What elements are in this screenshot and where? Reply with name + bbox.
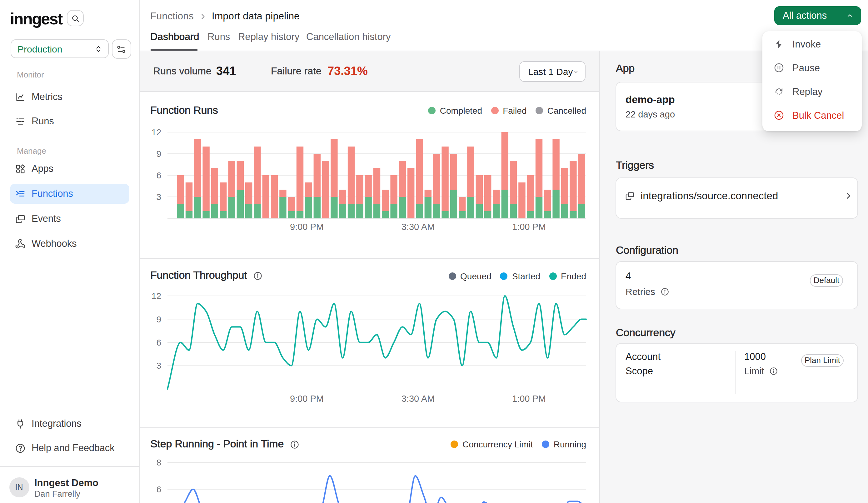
svg-text:6: 6 [156, 484, 161, 494]
svg-text:9:00 PM: 9:00 PM [290, 222, 324, 232]
svg-text:9: 9 [156, 149, 161, 158]
svg-text:1:00 PM: 1:00 PM [512, 222, 546, 232]
svg-text:9:00 PM: 9:00 PM [290, 393, 324, 403]
svg-text:3:30 AM: 3:30 AM [402, 222, 435, 232]
svg-text:3: 3 [156, 360, 161, 370]
svg-text:9: 9 [156, 314, 161, 324]
svg-text:6: 6 [156, 337, 161, 347]
svg-text:8: 8 [156, 458, 161, 467]
svg-text:3: 3 [156, 192, 161, 202]
svg-text:3:30 AM: 3:30 AM [402, 393, 435, 403]
svg-text:12: 12 [152, 127, 161, 137]
svg-text:1:00 PM: 1:00 PM [512, 393, 546, 403]
svg-text:6: 6 [156, 170, 161, 180]
svg-text:12: 12 [152, 291, 161, 300]
